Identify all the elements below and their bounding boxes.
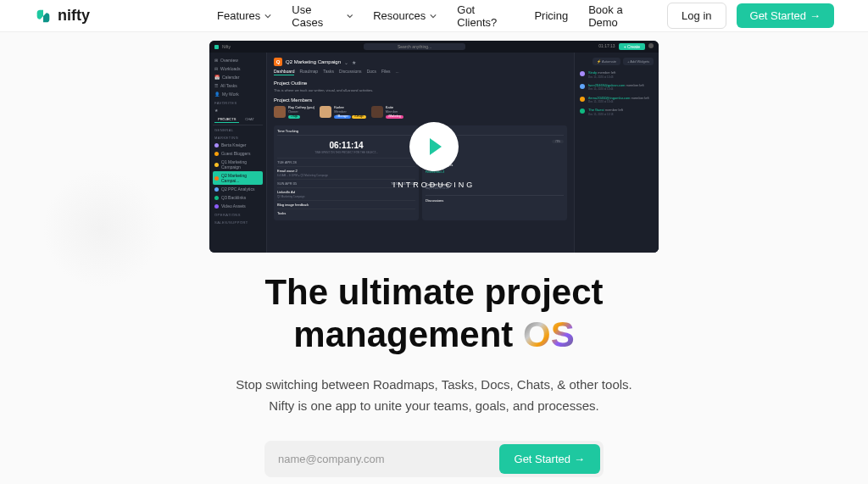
nav-got-clients[interactable]: Got Clients? bbox=[457, 3, 514, 29]
sidebar-my-work: 👤My Work bbox=[213, 90, 263, 98]
logo-icon bbox=[34, 7, 53, 25]
introducing-label: INTRODUCING bbox=[393, 181, 476, 189]
project-letter: Q bbox=[274, 58, 282, 66]
avatar bbox=[320, 106, 331, 118]
activity-item: tferna20450@tngomlar.com member left Dec… bbox=[580, 96, 654, 104]
nav-pricing[interactable]: Pricing bbox=[534, 9, 568, 22]
marketing-label: MARKETING bbox=[213, 133, 263, 141]
activity-item: fann20469@galosn.com member left Dec 15,… bbox=[580, 83, 654, 92]
sidebar-calendar: 📅Calendar bbox=[213, 73, 263, 81]
sidebar-project: Q2 PPC Analytics bbox=[213, 185, 263, 193]
nav-book-demo[interactable]: Book a Demo bbox=[588, 3, 651, 29]
tab-docs: Docs bbox=[367, 69, 376, 75]
sidebar-all-tasks: ☰All Tasks bbox=[213, 81, 263, 90]
sales-label: SALES/SUPPORT bbox=[213, 218, 263, 225]
play-button[interactable] bbox=[409, 122, 459, 171]
activity-item: Sindy member left Dec 15, 2020 at 10:43 bbox=[580, 70, 654, 79]
tab-files: Files bbox=[381, 69, 391, 75]
get-started-button[interactable]: Get Started → bbox=[737, 3, 834, 28]
app-topbar: Nifty Search anything... 01:17:13 + Crea… bbox=[209, 41, 659, 53]
email-input[interactable] bbox=[268, 444, 499, 474]
nav-resources[interactable]: Resources bbox=[373, 9, 437, 22]
tab-roadmap: Roadmap bbox=[299, 69, 318, 75]
arrow-right-icon: → bbox=[810, 9, 821, 22]
fav-star: ★ bbox=[213, 106, 263, 114]
project-name: Q2 Marketing Campaign bbox=[286, 59, 341, 64]
sidebar-workloads: ⊟Workloads bbox=[213, 64, 263, 73]
hero-title: The ultimate project management OS bbox=[264, 271, 603, 357]
tab-discussions: Discussions bbox=[339, 69, 362, 75]
play-icon bbox=[430, 138, 442, 155]
member-item: Karlee Member #Manager #Design bbox=[320, 105, 366, 119]
favorites-label: FAVORITES bbox=[213, 98, 263, 106]
avatar-mini bbox=[648, 43, 654, 48]
tab-tasks: Tasks bbox=[323, 69, 334, 75]
chevron-down-icon bbox=[430, 13, 437, 19]
nav-use-cases[interactable]: Use Cases bbox=[292, 3, 353, 29]
app-logo-mini bbox=[214, 45, 219, 49]
time-value: 06:11:14 bbox=[277, 138, 415, 151]
add-widgets-btn: + Add Widgets bbox=[623, 58, 654, 65]
sidebar-project: Q1 Marketing Campaign bbox=[213, 158, 263, 171]
project-tabs: Dashboard Roadmap Tasks Discussions Docs… bbox=[274, 69, 567, 75]
nav-actions: Log in Get Started → bbox=[667, 3, 834, 29]
avatar bbox=[274, 106, 286, 118]
chevron-down-icon bbox=[264, 13, 271, 19]
logo[interactable]: nifty bbox=[34, 7, 90, 25]
email-form: Get Started → bbox=[264, 441, 604, 477]
nav-features[interactable]: Features bbox=[217, 9, 271, 22]
general-label: GENERAL bbox=[213, 125, 263, 133]
app-sidebar: ⊞Overview ⊟Workloads 📅Calendar ☰All Task… bbox=[209, 53, 267, 253]
logo-text: nifty bbox=[58, 7, 90, 25]
hero-section: Nifty Search anything... 01:17:13 + Crea… bbox=[0, 32, 868, 477]
member-item: Katie Member #Marketing bbox=[371, 105, 403, 119]
os-gradient-text: OS bbox=[523, 314, 575, 354]
outline-title: Project Outline bbox=[274, 81, 567, 86]
sidebar-project: Q3 Backlinks bbox=[213, 193, 263, 202]
email-submit-button[interactable]: Get Started → bbox=[499, 444, 600, 474]
nav-links: Features Use Cases Resources Got Clients… bbox=[217, 3, 651, 29]
chevron-down-icon bbox=[347, 13, 353, 19]
projects-tab: PROJECTS bbox=[214, 116, 239, 123]
outline-desc: This is where we track our written, visu… bbox=[274, 88, 567, 92]
activity-item: The Guest member left Dec 15, 2020 at 10… bbox=[580, 108, 654, 116]
tab-dashboard: Dashboard bbox=[274, 69, 294, 75]
automate-btn: ⚡ Automate bbox=[593, 58, 620, 65]
create-button-mini: + Create bbox=[619, 43, 645, 50]
time-tracking-panel: Time Tracking 06:11:14 TIME SPENT ON THI… bbox=[274, 125, 419, 220]
login-button[interactable]: Log in bbox=[667, 3, 726, 29]
chat-tab: CHAT bbox=[242, 116, 258, 123]
sidebar-overview: ⊞Overview bbox=[213, 56, 263, 64]
navbar: nifty Features Use Cases Resources Got C… bbox=[0, 0, 868, 32]
sidebar-project: Guest Bloggers bbox=[213, 149, 263, 158]
project-members: Roy Cathey (you) Owner +Tags Karlee Memb… bbox=[274, 105, 567, 119]
members-title: Project Members bbox=[274, 97, 567, 103]
hero-description: Stop switching between Roadmaps, Tasks, … bbox=[236, 374, 632, 417]
operations-label: OPERATIONS bbox=[213, 210, 263, 218]
sidebar-project-active: Q2 Marketing Campai... bbox=[213, 171, 263, 185]
app-main: Q Q2 Marketing Campaign ⌄ ★ Dashboard Ro… bbox=[267, 53, 659, 253]
search-bar: Search anything... bbox=[364, 43, 465, 50]
sidebar-user: Berta Kreiger bbox=[213, 141, 263, 149]
tab-more: ... bbox=[396, 69, 399, 75]
sidebar-project: Video Assets bbox=[213, 202, 263, 210]
video-preview[interactable]: Nifty Search anything... 01:17:13 + Crea… bbox=[209, 41, 659, 253]
avatar bbox=[371, 106, 383, 118]
arrow-right-icon: → bbox=[574, 453, 585, 465]
project-header: Q Q2 Marketing Campaign ⌄ ★ bbox=[274, 58, 567, 66]
member-item: Roy Cathey (you) Owner +Tags bbox=[274, 105, 314, 119]
activity-panel: ⚡ Automate + Add Widgets Sindy member le… bbox=[574, 53, 659, 253]
